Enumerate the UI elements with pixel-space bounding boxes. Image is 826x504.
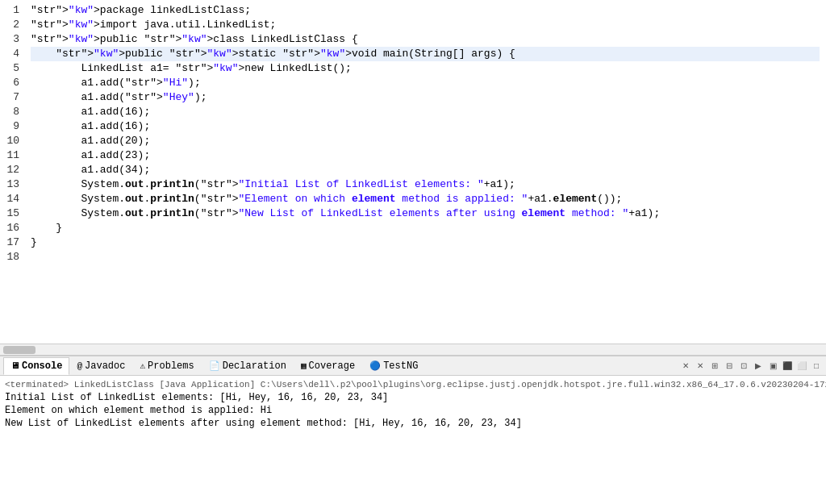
line-number-5: 5 <box>3 61 19 76</box>
code-line-6: a1.add("str">"Hi"); <box>31 76 820 90</box>
console-output-line-1: Element on which element method is appli… <box>5 404 821 417</box>
line-number-2: 2 <box>3 18 19 32</box>
code-line-8: a1.add(16); <box>31 105 820 119</box>
tab-ctrl-btn-1[interactable]: ✕ <box>694 360 707 373</box>
code-line-3: "str">"kw">public "str">"kw">class Linke… <box>31 32 820 47</box>
bottom-panel: 🖥Console@Javadoc⚠Problems📄Declaration▦Co… <box>0 355 826 504</box>
code-line-16: } <box>31 221 820 235</box>
tab-declaration[interactable]: 📄Declaration <box>202 357 294 375</box>
code-line-5: LinkedList a1= "str">"kw">new LinkedList… <box>31 61 820 76</box>
javadoc-label: Javadoc <box>85 360 125 372</box>
problems-label: Problems <box>148 360 194 372</box>
code-line-14: System.out.println("str">"Element on whi… <box>31 192 820 206</box>
line-number-10: 10 <box>3 134 19 148</box>
line-number-14: 14 <box>3 192 19 206</box>
line-number-13: 13 <box>3 177 19 192</box>
line-number-3: 3 <box>3 32 19 47</box>
testng-icon: 🔵 <box>369 360 381 371</box>
tab-coverage[interactable]: ▦Coverage <box>294 357 362 375</box>
declaration-icon: 📄 <box>209 360 220 371</box>
code-line-10: a1.add(20); <box>31 134 820 148</box>
console-output-line-2: New List of LinkedList elements after us… <box>5 417 821 430</box>
console-status-line: <terminated> LinkedListClass [Java Appli… <box>5 378 821 391</box>
tab-ctrl-btn-2[interactable]: ⊞ <box>708 360 721 373</box>
code-line-11: a1.add(23); <box>31 148 820 163</box>
testng-label: TestNG <box>383 360 418 372</box>
line-number-15: 15 <box>3 206 19 221</box>
line-number-17: 17 <box>3 235 19 250</box>
line-number-12: 12 <box>3 163 19 177</box>
declaration-label: Declaration <box>223 360 286 372</box>
line-number-8: 8 <box>3 105 19 119</box>
tab-ctrl-btn-7[interactable]: ⬛ <box>781 360 794 373</box>
line-number-16: 16 <box>3 221 19 235</box>
tab-bar: 🖥Console@Javadoc⚠Problems📄Declaration▦Co… <box>0 356 826 376</box>
code-content[interactable]: "str">"kw">package linkedListClass;"str"… <box>24 0 826 344</box>
tab-ctrl-btn-4[interactable]: ⊡ <box>737 360 750 373</box>
code-line-2: "str">"kw">import java.util.LinkedList; <box>31 18 820 32</box>
console-output-line-0: Initial List of LinkedList elements: [Hi… <box>5 391 821 404</box>
line-numbers: 123456789101112131415161718 <box>0 0 24 344</box>
code-line-12: a1.add(34); <box>31 163 820 177</box>
console-output[interactable]: <terminated> LinkedListClass [Java Appli… <box>0 376 826 504</box>
line-number-18: 18 <box>3 250 19 264</box>
code-container[interactable]: 123456789101112131415161718 "str">"kw">p… <box>0 0 826 344</box>
code-line-17: } <box>31 235 820 250</box>
coverage-label: Coverage <box>309 360 356 372</box>
tab-ctrl-btn-6[interactable]: ▣ <box>766 360 779 373</box>
line-number-7: 7 <box>3 90 19 105</box>
javadoc-icon: @ <box>77 361 82 371</box>
scrollbar-thumb[interactable] <box>3 346 35 354</box>
tab-problems[interactable]: ⚠Problems <box>132 357 201 375</box>
tab-ctrl-btn-3[interactable]: ⊟ <box>723 360 736 373</box>
tab-testng[interactable]: 🔵TestNG <box>362 357 425 375</box>
tab-ctrl-btn-9[interactable]: □ <box>810 360 823 373</box>
tab-ctrl-btn-0[interactable]: ✕ <box>679 360 692 373</box>
code-line-13: System.out.println("str">"Initial List o… <box>31 177 820 192</box>
horizontal-scrollbar[interactable] <box>0 344 826 355</box>
tab-ctrl-btn-8[interactable]: ⬜ <box>795 360 808 373</box>
code-line-7: a1.add("str">"Hey"); <box>31 90 820 105</box>
line-number-4: 4 <box>3 47 19 61</box>
editor-area: 123456789101112131415161718 "str">"kw">p… <box>0 0 826 355</box>
tab-ctrl-btn-5[interactable]: ▶ <box>752 360 765 373</box>
problems-icon: ⚠ <box>140 360 145 371</box>
tab-console[interactable]: 🖥Console <box>3 357 69 375</box>
console-label: Console <box>22 360 62 372</box>
line-number-11: 11 <box>3 148 19 163</box>
code-line-15: System.out.println("str">"New List of Li… <box>31 206 820 221</box>
line-number-1: 1 <box>3 3 19 18</box>
code-line-1: "str">"kw">package linkedListClass; <box>31 3 820 18</box>
code-line-18 <box>31 250 820 264</box>
line-number-9: 9 <box>3 119 19 134</box>
tab-controls: ✕✕⊞⊟⊡▶▣⬛⬜□ <box>679 360 823 373</box>
console-icon: 🖥 <box>10 360 19 371</box>
tab-javadoc[interactable]: @Javadoc <box>69 357 132 375</box>
coverage-icon: ▦ <box>301 360 307 371</box>
code-line-4: "str">"kw">public "str">"kw">static "str… <box>31 47 820 61</box>
line-number-6: 6 <box>3 76 19 90</box>
code-line-9: a1.add(16); <box>31 119 820 134</box>
